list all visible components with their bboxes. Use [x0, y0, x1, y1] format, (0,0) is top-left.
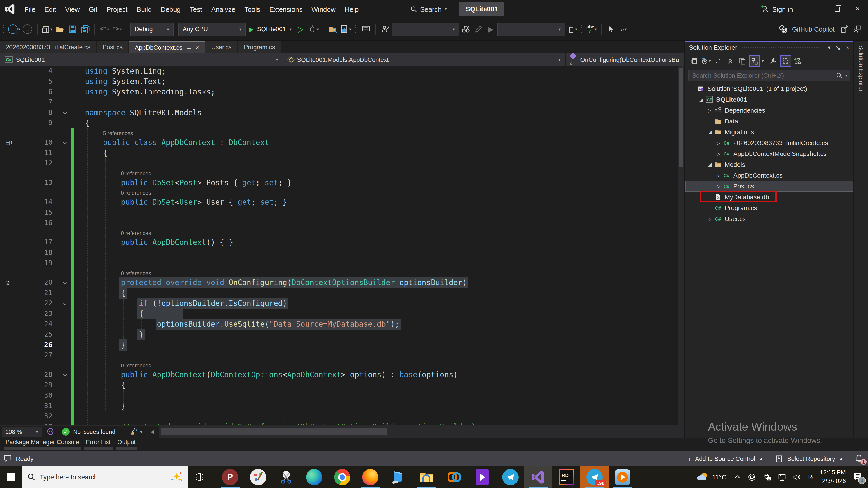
tree-item-mydatabase-db[interactable]: MyDatabase.db [685, 192, 853, 202]
code-line[interactable]: 32 [0, 411, 684, 422]
editor-tab[interactable]: AppDbContext.cs× [129, 41, 205, 53]
code-line[interactable]: 14public DbSet<User> User { get; set; } [0, 197, 684, 207]
health-check-icon[interactable]: ✓ [62, 428, 70, 435]
toolbar-grip[interactable] [581, 24, 583, 34]
code-line[interactable]: 28public AppDbContext(DbContextOptions<A… [0, 369, 684, 380]
editor-tab[interactable]: Program.cs [238, 41, 281, 53]
taskbar-app-media-player[interactable] [609, 466, 637, 488]
taskbar-app-file-explorer[interactable] [412, 466, 440, 488]
send-feedback-icon[interactable] [853, 25, 862, 33]
code-line[interactable]: 27 [0, 350, 684, 361]
toolbar-grip[interactable] [355, 24, 357, 34]
quick-search[interactable]: Search ▾ [410, 5, 447, 13]
taskbar-app-rider[interactable]: RD [553, 466, 581, 488]
solution-explorer-side-tab[interactable]: Solution Explorer [858, 45, 864, 92]
sign-in-button[interactable]: Sign in [761, 5, 793, 13]
fold-chevron-icon[interactable] [53, 107, 77, 118]
undo-button[interactable]: ↶▾ [99, 22, 110, 36]
editor-tab[interactable]: Post.cs [97, 41, 129, 53]
hot-reload-button[interactable]: ▾ [308, 22, 319, 36]
menu-window[interactable]: Window [307, 3, 340, 15]
collapse-all-button[interactable] [725, 55, 736, 67]
navigate-back-button[interactable]: ←▾ [8, 22, 20, 36]
code-line[interactable]: 11{ [0, 148, 684, 158]
navigate-forward-button[interactable]: → [22, 22, 33, 36]
breadcrumb-member[interactable]: ☆ OnConfiguring(DbContextOptionsBu [566, 53, 684, 66]
expander-icon[interactable]: ▷ [706, 216, 713, 221]
close-tab-icon[interactable]: × [195, 44, 199, 51]
select-repository-button[interactable]: Select Repository [787, 455, 835, 462]
new-project-button[interactable]: ▾ [41, 22, 53, 36]
toolbar-overflow-button[interactable]: »▾ [618, 22, 629, 36]
code-line[interactable]: 19 [0, 258, 684, 268]
codelens-references[interactable]: 0 references [0, 188, 684, 197]
spell-check-button[interactable]: abc ✓ ▾ [586, 22, 597, 36]
taskbar-app-visual-studio[interactable] [524, 466, 553, 488]
editor-tab[interactable]: 2026020308373...itialCreate.cs [0, 41, 96, 53]
compare-files-button[interactable]: ▾ [566, 22, 577, 36]
codelens-references[interactable]: 5 references [0, 128, 684, 137]
code-line[interactable]: 7 [0, 97, 684, 107]
code-line[interactable]: 33//protected override void OnConfigurin… [0, 422, 684, 425]
breadcrumb-project[interactable]: C# SQLite001▾ [0, 53, 283, 66]
menu-help[interactable]: Help [340, 3, 363, 15]
tree-item-20260203083733-initialcreate-cs[interactable]: ▷C#20260203083733_InitialCreate.cs [685, 137, 853, 148]
open-folder-button[interactable] [54, 22, 65, 36]
expander-icon[interactable]: ▷ [715, 151, 722, 156]
close-icon[interactable]: × [845, 43, 849, 51]
sync-namespaces-button[interactable] [712, 55, 723, 67]
notifications-button[interactable]: 1 [855, 454, 864, 463]
add-to-source-control-button[interactable]: Add to Source Control [695, 455, 755, 462]
code-line[interactable]: 6using System.Threading.Tasks; [0, 87, 684, 97]
switch-views-button[interactable] [688, 55, 699, 67]
code-line[interactable]: ▤↑10public class AppDbContext : DbContex… [0, 137, 684, 148]
taskbar-app-firefox[interactable] [356, 466, 384, 488]
window-position-menu-icon[interactable]: ▾ [828, 44, 831, 51]
taskbar-app-telegram[interactable] [496, 466, 524, 488]
code-line[interactable]: 18 [0, 248, 684, 258]
find-options-button[interactable] [460, 22, 471, 36]
toolbar-combo-empty-2[interactable]: ▾ [497, 22, 565, 36]
codelens-references[interactable]: 0 references [0, 168, 684, 177]
clock[interactable]: 12:15 PM 2/3/2026 [819, 469, 846, 485]
panel-tab-package-manager-console[interactable]: Package Manager Console [4, 438, 81, 451]
code-line[interactable]: 24optionsBuilder.UseSqlite("Data Source=… [0, 319, 684, 329]
selection-tool-button[interactable] [606, 22, 616, 36]
horizontal-scrollbar[interactable] [159, 426, 684, 438]
panel-tab-error-list[interactable]: Error List [84, 438, 113, 451]
taskbar-app-telegram-unread[interactable]: ..90 [581, 466, 609, 488]
find-symbol-button[interactable] [380, 22, 391, 36]
taskbar-app-this-pc[interactable] [384, 466, 412, 488]
tree-item-user-cs[interactable]: ▷C#User.cs [685, 213, 853, 224]
chevron-down-icon[interactable]: ▾ [762, 59, 764, 63]
pin-icon[interactable] [187, 45, 191, 50]
solution-name-chip[interactable]: SQLite001 [460, 2, 504, 16]
tree-item-program-cs[interactable]: C#Program.cs [685, 202, 853, 213]
expander-icon[interactable]: ◢ [706, 162, 713, 167]
fold-chevron-icon[interactable] [53, 369, 77, 380]
code-line[interactable]: 22if (!optionsBuilder.IsConfigured) [0, 298, 684, 308]
expander-icon[interactable]: ▷ [706, 108, 713, 113]
issues-status[interactable]: No issues found [73, 428, 115, 435]
panel-drag-handle[interactable] [742, 46, 819, 49]
taskbar-app-edge[interactable] [300, 466, 328, 488]
code-editor[interactable]: 4using System.Linq;5using System.Text;6u… [0, 66, 684, 425]
fold-chevron-icon[interactable] [53, 278, 77, 288]
volume-icon[interactable] [793, 473, 801, 481]
code-line[interactable]: 17public AppDbContext() { } [0, 237, 684, 248]
code-cleanup-icon[interactable] [130, 427, 139, 436]
show-all-files-button[interactable] [780, 55, 791, 67]
save-all-button[interactable] [80, 22, 90, 36]
scroll-left-icon[interactable]: ◀ [151, 429, 154, 435]
tree-item-data[interactable]: Data [685, 116, 853, 127]
menu-file[interactable]: File [20, 3, 40, 15]
tree-item-sqlite001[interactable]: ◢C#SQLite001 [685, 94, 853, 105]
code-line[interactable]: ◎↑20protected override void OnConfigurin… [0, 278, 684, 288]
taskbar-app-purple-media-app[interactable] [468, 466, 496, 488]
language-indicator[interactable]: فا [808, 473, 813, 481]
menu-analyze[interactable]: Analyze [207, 3, 240, 15]
expander-icon[interactable]: ▷ [715, 140, 722, 145]
menu-extensions[interactable]: Extensions [265, 3, 307, 15]
fold-chevron-icon[interactable] [53, 298, 77, 308]
pending-changes-filter-button[interactable]: ▾ [700, 55, 711, 67]
